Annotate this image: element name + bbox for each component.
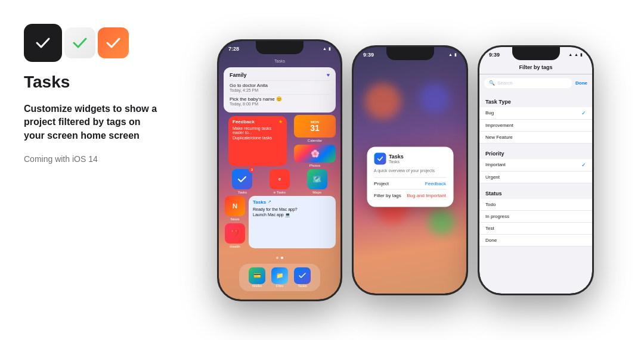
etasks-icon: e e Tasks bbox=[268, 169, 291, 194]
news-icon: N News bbox=[224, 196, 246, 221]
phone-2-bg: 9:39 ▲ ▮ bbox=[354, 47, 466, 294]
phone-1-notch bbox=[256, 41, 304, 54]
phone-3-search-row: 🔍 Search Done bbox=[479, 74, 592, 92]
section-priority-title: Priority bbox=[485, 151, 504, 157]
phone-3-search-box[interactable]: 🔍 Search bbox=[484, 78, 572, 88]
bug-check: ✓ bbox=[581, 110, 586, 116]
widget-feedback-header: Feedback ★ bbox=[233, 119, 283, 124]
list-item-new-feature[interactable]: New Feature bbox=[479, 132, 592, 144]
wifi-icon: ▲ bbox=[323, 46, 327, 51]
section-status: Status bbox=[479, 183, 592, 199]
phone1-bottom: 💳 Wallet 📁 Files bbox=[219, 257, 340, 291]
widget-feedback: Feedback ★ Make recurring tasks easier t… bbox=[228, 116, 287, 166]
list-item-important[interactable]: Important ✓ bbox=[479, 159, 592, 171]
phone-1-bg: 7:28 ▲ ▮ Tasks Family ♥ bbox=[219, 41, 340, 300]
phone-3-notch bbox=[512, 47, 560, 60]
list-item-urgent[interactable]: Urgent bbox=[479, 171, 592, 183]
feedback-title: Feedback bbox=[233, 119, 255, 124]
improvement-label: Improvement bbox=[485, 123, 513, 128]
calendar-label: Calendar bbox=[308, 139, 322, 142]
phone-2-project-value: Feedback bbox=[425, 180, 446, 186]
list-item-test[interactable]: Test bbox=[479, 223, 592, 235]
phone-2-card-header: Tasks Tasks bbox=[374, 152, 446, 164]
dock-tasks-label: Tasks bbox=[298, 284, 306, 288]
wallet-label: Wallet bbox=[252, 284, 262, 288]
phone-2-content: Tasks Tasks A quick overview of your pro… bbox=[354, 60, 466, 294]
app-icon-dark bbox=[24, 24, 62, 62]
phone-3-time: 9:39 bbox=[489, 52, 500, 58]
feedback-star: ★ bbox=[278, 119, 283, 124]
family-task-2-time: Today, 8:00 PM bbox=[230, 102, 330, 106]
tasks-big-item-2: Launch Mac app 💻 bbox=[253, 213, 332, 217]
tasks-label-1: Tasks bbox=[238, 191, 247, 194]
phone-2-project-key: Project bbox=[374, 180, 389, 186]
health-icon: ❤️ Health bbox=[224, 223, 246, 248]
in-progress-label: In progress bbox=[485, 214, 509, 219]
family-task-1: Go to doctor Anita Today, 4:25 PM bbox=[230, 80, 330, 94]
health-label: Health bbox=[230, 245, 240, 248]
widget-family: Family ♥ Go to doctor Anita Today, 4:25 … bbox=[224, 67, 336, 113]
dock-tasks: Tasks bbox=[294, 267, 311, 288]
maps-icon: 🗺️ Maps bbox=[306, 169, 329, 194]
phone-1-status-icons: ▲ ▮ bbox=[323, 46, 331, 51]
done-button[interactable]: Done bbox=[575, 80, 587, 86]
app-description: Customize widgets to show a project filt… bbox=[24, 102, 161, 142]
phone-2-card-icon bbox=[374, 152, 386, 164]
phone-3-header-title: Filter by tags bbox=[519, 64, 552, 70]
tasks-big-widget: Tasks ↗ Ready for the Mac app? Launch Ma… bbox=[249, 196, 336, 248]
files-icon: 📁 bbox=[271, 267, 288, 284]
maps-label: Maps bbox=[312, 191, 321, 194]
files-label: Files bbox=[276, 284, 284, 288]
dock-tasks-icon bbox=[294, 267, 311, 284]
phones-area: 7:28 ▲ ▮ Tasks Family ♥ bbox=[179, 0, 644, 340]
feedback-item-2: Duplicate/clone tasks bbox=[233, 136, 283, 140]
section-task-type: Task Type bbox=[479, 92, 592, 107]
phone-2-tags-key: Filter by tags bbox=[374, 192, 401, 198]
card-check-icon bbox=[376, 155, 383, 162]
phone-2-battery: ▮ bbox=[454, 52, 457, 57]
list-item-todo[interactable]: Todo bbox=[479, 199, 592, 211]
list-item-done[interactable]: Done bbox=[479, 235, 592, 247]
photos-label: Photos bbox=[309, 164, 321, 167]
widget-family-header: Family ♥ bbox=[230, 72, 330, 78]
important-check: ✓ bbox=[581, 162, 586, 168]
dock-tasks-check bbox=[298, 271, 307, 280]
tasks-img-1: 3 bbox=[232, 169, 252, 189]
photos-icon: 🌸 bbox=[294, 145, 336, 163]
list-item-bug[interactable]: Bug ✓ bbox=[479, 107, 592, 120]
priority-list: Important ✓ Urgent bbox=[479, 159, 592, 183]
phone-1-screen: 7:28 ▲ ▮ Tasks Family ♥ bbox=[219, 41, 340, 300]
tasks-big-title: Tasks bbox=[253, 199, 266, 205]
list-item-improvement[interactable]: Improvement bbox=[479, 120, 592, 132]
etasks-text: e bbox=[278, 176, 281, 182]
urgent-label: Urgent bbox=[485, 174, 500, 180]
status-list: Todo In progress Test Done bbox=[479, 199, 592, 247]
phone-1: 7:28 ▲ ▮ Tasks Family ♥ bbox=[217, 39, 342, 301]
family-task-2-name: Pick the baby's name 😊 bbox=[230, 96, 330, 102]
phone-3-screen: 9:39 ▲ ▲ ▮ Filter by tags 🔍 Search bbox=[479, 47, 592, 294]
phone-2-card-title-group: Tasks Tasks bbox=[389, 154, 404, 164]
health-symbol: ❤️ bbox=[231, 229, 239, 237]
family-task-1-time: Today, 4:25 PM bbox=[230, 88, 330, 92]
phone-2-wifi: ▲ bbox=[448, 52, 453, 57]
app-icon-light bbox=[64, 27, 95, 58]
app-icons bbox=[24, 24, 161, 62]
test-label: Test bbox=[485, 226, 494, 231]
bug-label: Bug bbox=[485, 110, 494, 116]
feedback-item-1: Make recurring tasks easier to... bbox=[233, 126, 283, 135]
photos-symbol: 🌸 bbox=[311, 149, 320, 158]
dock-wallet: 💳 Wallet bbox=[249, 267, 265, 288]
phone-2-tags-value: Bug and Important bbox=[407, 192, 446, 198]
family-title: Family bbox=[230, 72, 247, 78]
middle-row: Feedback ★ Make recurring tasks easier t… bbox=[224, 115, 336, 167]
list-item-in-progress[interactable]: In progress bbox=[479, 211, 592, 223]
tasks-label-top: Tasks bbox=[274, 59, 285, 63]
new-feature-label: New Feature bbox=[485, 135, 513, 140]
phone-3-status-icons: ▲ ▲ ▮ bbox=[568, 52, 583, 57]
dot-2 bbox=[281, 257, 283, 259]
tasks-big-arrow: ↗ bbox=[268, 199, 271, 204]
etasks-img: e bbox=[270, 169, 290, 189]
section-task-type-title: Task Type bbox=[485, 99, 511, 105]
section-priority: Priority bbox=[479, 144, 592, 159]
left-panel: Tasks Customize widgets to show a projec… bbox=[0, 0, 179, 340]
